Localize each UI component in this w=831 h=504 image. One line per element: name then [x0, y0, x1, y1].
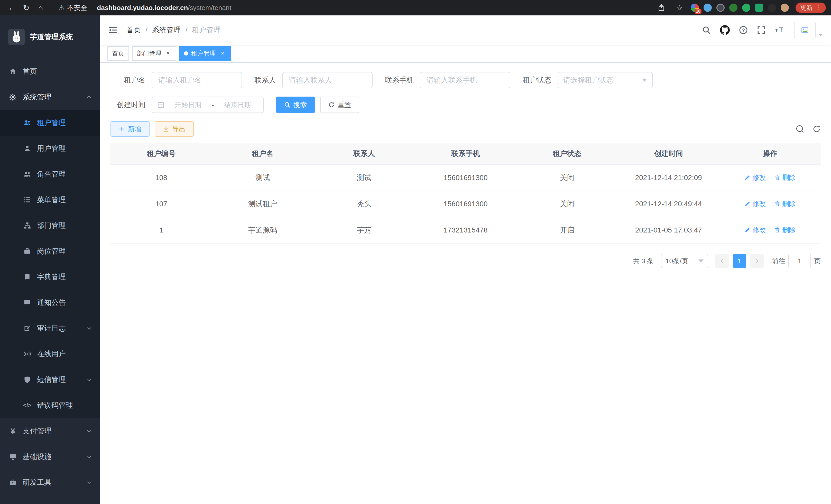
- delete-link[interactable]: 删除: [774, 173, 796, 182]
- extension-icon[interactable]: [768, 4, 776, 12]
- export-button[interactable]: 导出: [155, 121, 194, 137]
- prev-page-button[interactable]: [715, 254, 729, 268]
- search-button[interactable]: 搜索: [276, 97, 315, 113]
- delete-link[interactable]: 删除: [774, 199, 796, 208]
- sidebar-item-user[interactable]: 用户管理: [0, 136, 100, 161]
- phone-input[interactable]: [420, 72, 510, 88]
- chevron-up-icon: [86, 94, 92, 100]
- edit-link[interactable]: 修改: [744, 226, 766, 235]
- extension-icon[interactable]: [755, 4, 763, 12]
- cell-created: 2021-01-05 17:03:47: [618, 217, 719, 243]
- page-content: 租户名 联系人 联系手机 租户状态 请选择租户状态: [100, 63, 831, 504]
- status-label: 租户状态: [523, 75, 551, 85]
- sidebar-item-infra[interactable]: 基础设施: [0, 444, 100, 470]
- sidebar-item-audit[interactable]: 审计日志: [0, 316, 100, 341]
- page-number-current[interactable]: 1: [733, 254, 746, 268]
- edit-link[interactable]: 修改: [744, 173, 766, 182]
- edit-link[interactable]: 修改: [744, 199, 766, 208]
- profile-avatar-icon[interactable]: [781, 4, 789, 12]
- search-icon[interactable]: [702, 26, 711, 34]
- extension-badge: 10: [695, 9, 701, 14]
- collapse-sidebar-icon[interactable]: [109, 26, 117, 34]
- reload-icon[interactable]: ↻: [20, 1, 33, 14]
- sidebar-item-dev[interactable]: 研发工具: [0, 470, 100, 495]
- extension-icon[interactable]: [742, 4, 750, 12]
- omnibox-divider: [92, 4, 92, 11]
- column-header: 操作: [719, 143, 821, 165]
- status-select[interactable]: 请选择租户状态: [557, 72, 653, 88]
- font-size-icon[interactable]: TT: [775, 26, 785, 34]
- edit-icon: [23, 325, 32, 332]
- chevron-down-icon: [86, 454, 92, 459]
- browser-home-icon[interactable]: ⌂: [34, 1, 47, 14]
- table-row: 1芋道源码芋艿17321315478开启2021-01-05 17:03:47修…: [111, 217, 821, 243]
- status-select-placeholder: 请选择租户状态: [563, 75, 613, 85]
- add-button[interactable]: 新增: [111, 121, 149, 137]
- sidebar-item-pay[interactable]: ¥支付管理: [0, 418, 100, 444]
- breadcrumb-home[interactable]: 首页: [126, 25, 141, 35]
- goto-page-input[interactable]: [789, 254, 811, 268]
- tab-dept[interactable]: 部门管理×: [132, 46, 176, 61]
- delete-link[interactable]: 删除: [774, 226, 796, 235]
- extension-icon[interactable]: 10: [691, 4, 699, 12]
- next-page-button[interactable]: [750, 254, 764, 268]
- badge-icon: [23, 248, 32, 255]
- date-start-placeholder[interactable]: 开始日期: [168, 100, 209, 110]
- sidebar-item-dict[interactable]: 字典管理: [0, 264, 100, 290]
- goto-label: 前往: [772, 257, 785, 266]
- toggle-search-icon[interactable]: [796, 125, 804, 133]
- bookmark-star-icon[interactable]: ☆: [673, 1, 686, 14]
- table-row: 107测试租户秃头15601691300关闭2021-12-14 20:49:4…: [111, 191, 821, 217]
- github-icon[interactable]: [720, 25, 730, 35]
- close-icon[interactable]: ×: [219, 50, 226, 57]
- security-label[interactable]: 不安全: [67, 3, 87, 12]
- topbar: 首页 / 系统管理 / 租户管理 ?: [100, 16, 831, 45]
- sidebar-item-online[interactable]: 在线用户: [0, 341, 100, 367]
- help-icon[interactable]: ?: [739, 26, 748, 34]
- date-range-picker[interactable]: 开始日期 - 结束日期: [152, 97, 264, 113]
- chevron-down-icon: [86, 325, 92, 331]
- table-row: 108测试测试15601691300关闭2021-12-14 21:02:09修…: [111, 165, 821, 191]
- address-bar[interactable]: ⚠ 不安全 dashboard.yudao.iocoder.cn/system/…: [53, 2, 649, 14]
- tab-tenant[interactable]: 租户管理×: [179, 46, 231, 61]
- date-end-placeholder[interactable]: 结束日期: [217, 100, 258, 110]
- sidebar-item-menu[interactable]: 菜单管理: [0, 187, 100, 213]
- sidebar-item-role[interactable]: 角色管理: [0, 161, 100, 187]
- kebab-menu-icon[interactable]: ⋮: [815, 4, 821, 11]
- page-size-select[interactable]: 10条/页: [661, 254, 708, 268]
- tenant-name-input[interactable]: [152, 72, 242, 88]
- tenant-table: 租户编号租户名联系人联系手机租户状态创建时间操作 108测试测试15601691…: [111, 143, 821, 243]
- sidebar-item-home[interactable]: 首页: [0, 59, 100, 84]
- update-button[interactable]: 更新 ⋮: [796, 3, 826, 13]
- chevron-down-icon: [698, 260, 704, 263]
- sidebar-item-dept[interactable]: 部门管理: [0, 213, 100, 238]
- sidebar-item-notice[interactable]: 通知公告: [0, 290, 100, 316]
- sidebar-item-sms[interactable]: 短信管理: [0, 367, 100, 392]
- share-icon[interactable]: [655, 1, 668, 14]
- avatar[interactable]: [794, 22, 815, 38]
- column-header: 联系手机: [415, 143, 516, 165]
- extension-icon[interactable]: [704, 4, 712, 12]
- cell-phone: 17321315478: [415, 217, 516, 243]
- tab-home[interactable]: 首页: [107, 46, 129, 61]
- pencil-icon: [744, 227, 751, 233]
- refresh-table-icon[interactable]: [812, 125, 821, 133]
- back-icon[interactable]: ←: [5, 1, 19, 14]
- sidebar-item-errcode[interactable]: </>错误码管理: [0, 392, 100, 418]
- cell-created: 2021-12-14 21:02:09: [618, 165, 719, 191]
- close-icon[interactable]: ×: [165, 50, 172, 57]
- total-count: 共 3 条: [633, 257, 654, 266]
- app-logo: 芋道管理系统: [0, 16, 100, 59]
- user-menu[interactable]: [794, 22, 823, 38]
- chevron-down-icon: [642, 79, 647, 82]
- reset-button[interactable]: 重置: [320, 97, 359, 113]
- cell-contact: 秃头: [314, 191, 415, 217]
- sidebar-item-tenant[interactable]: 租户管理: [0, 110, 100, 136]
- sidebar-item-system[interactable]: 系统管理: [0, 84, 100, 110]
- extension-icon[interactable]: [716, 4, 725, 12]
- contact-input[interactable]: [282, 72, 373, 88]
- extension-icon[interactable]: [729, 4, 738, 12]
- breadcrumb-system[interactable]: 系统管理: [152, 25, 181, 35]
- sidebar-item-post[interactable]: 岗位管理: [0, 238, 100, 264]
- fullscreen-icon[interactable]: [757, 26, 766, 34]
